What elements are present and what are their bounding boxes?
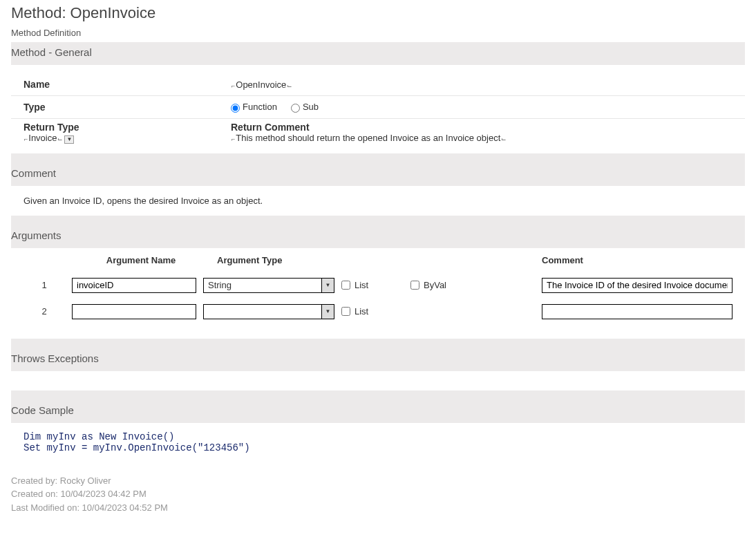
return-type-label: Return Type — [23, 122, 231, 133]
arg-header-name: Argument Name — [72, 255, 210, 265]
field-marker-close-icon: ⌙ — [287, 82, 292, 89]
field-marker-close-icon: ⌙ — [57, 135, 63, 142]
arg-header-comment: Comment — [542, 255, 733, 265]
section-throws: Throws Exceptions — [11, 348, 745, 371]
name-field[interactable]: ⌐ OpenInvoice ⌙ — [231, 79, 733, 90]
method-definition-label: Method Definition — [11, 28, 745, 38]
return-type-value: Invoice — [28, 133, 57, 143]
radio-function-input[interactable] — [231, 104, 240, 113]
created-on: Created on: 10/04/2023 04:42 PM — [11, 487, 745, 501]
radio-sub-input[interactable] — [291, 104, 300, 113]
radio-sub[interactable]: Sub — [291, 102, 319, 112]
arg-type-select[interactable]: ▼ — [203, 304, 334, 319]
comment-text[interactable]: Given an Invoice ID, opens the desired I… — [11, 186, 745, 216]
section-code: Code Sample — [11, 400, 745, 423]
field-marker-open-icon: ⌐ — [231, 135, 235, 142]
return-comment-field[interactable]: ⌐ This method should return the opened I… — [231, 133, 507, 143]
throws-panel — [11, 371, 745, 390]
chevron-down-icon: ▼ — [321, 279, 334, 292]
return-type-field[interactable]: ⌐ Invoice ⌙ ▼ — [23, 133, 74, 144]
arg-byval-checkbox[interactable] — [410, 281, 419, 290]
return-comment-label: Return Comment — [231, 122, 733, 133]
radio-function-label: Function — [243, 102, 277, 112]
field-marker-close-icon: ⌙ — [501, 135, 507, 142]
arg-row-number: 2 — [23, 306, 65, 317]
code-sample-panel: Dim myInv as New Invoice() Set myInv = m… — [11, 423, 745, 462]
arg-comment-input[interactable] — [542, 278, 733, 293]
arg-type-select[interactable]: String ▼ — [203, 278, 334, 293]
type-label: Type — [23, 102, 231, 113]
section-general: Method - General — [11, 42, 745, 65]
code-sample-text[interactable]: Dim myInv as New Invoice() Set myInv = m… — [23, 431, 733, 453]
radio-function[interactable]: Function — [231, 102, 277, 112]
arguments-panel: Argument Name Argument Type Comment 1 St… — [11, 248, 745, 339]
section-arguments: Arguments — [11, 225, 745, 248]
arg-list-label: List — [355, 280, 368, 290]
page-title: Method: OpenInvoice — [11, 4, 745, 22]
created-by: Created by: Rocky Oliver — [11, 474, 745, 488]
name-value: OpenInvoice — [236, 79, 286, 90]
argument-row: 2 ▼ List — [23, 299, 733, 325]
arg-name-input[interactable] — [72, 278, 196, 293]
modified-on: Last Modified on: 10/04/2023 04:52 PM — [11, 501, 745, 515]
arg-list-checkbox[interactable] — [341, 281, 350, 290]
arg-comment-input[interactable] — [542, 304, 733, 319]
arg-type-value: String — [208, 280, 231, 290]
arg-name-input[interactable] — [72, 304, 196, 319]
type-radio-group: Function Sub — [231, 102, 733, 112]
field-marker-open-icon: ⌐ — [231, 82, 235, 89]
section-comment: Comment — [11, 163, 745, 186]
meta-info: Created by: Rocky Oliver Created on: 10/… — [11, 474, 745, 515]
arg-list-checkbox[interactable] — [341, 307, 350, 316]
arg-byval-label: ByVal — [424, 280, 446, 290]
radio-sub-label: Sub — [303, 102, 319, 112]
return-type-dropdown-icon[interactable]: ▼ — [64, 135, 74, 144]
general-panel: Name ⌐ OpenInvoice ⌙ Type Function Sub R… — [11, 65, 745, 153]
return-comment-value: This method should return the opened Inv… — [236, 133, 500, 143]
arg-header-type: Argument Type — [217, 255, 397, 265]
chevron-down-icon: ▼ — [321, 305, 334, 319]
argument-row: 1 String ▼ List ByVal — [23, 272, 733, 299]
arg-list-label: List — [355, 306, 368, 317]
name-label: Name — [23, 79, 231, 90]
arg-row-number: 1 — [23, 280, 65, 290]
field-marker-open-icon: ⌐ — [24, 135, 28, 142]
